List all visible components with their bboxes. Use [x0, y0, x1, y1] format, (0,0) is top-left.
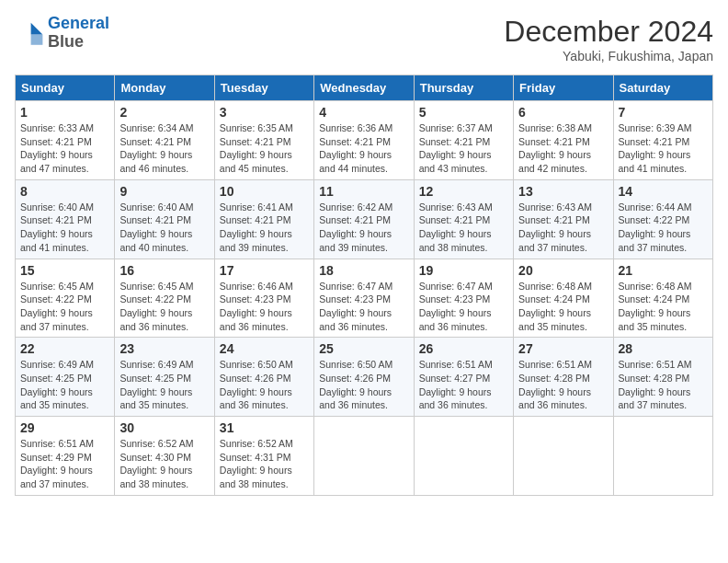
day-number: 27 — [518, 341, 608, 356]
day-number: 15 — [20, 263, 109, 278]
weekday-friday: Friday — [514, 75, 613, 101]
day-number: 5 — [419, 105, 508, 120]
day-info: Sunrise: 6:34 AMSunset: 4:21 PMDaylight:… — [119, 121, 209, 176]
day-info: Sunrise: 6:45 AMSunset: 4:22 PMDaylight:… — [20, 280, 109, 334]
calendar-cell: 18Sunrise: 6:47 AMSunset: 4:23 PMDayligh… — [314, 259, 414, 338]
day-number: 18 — [319, 263, 408, 278]
calendar-cell — [414, 417, 513, 496]
calendar-body: 1Sunrise: 6:33 AMSunset: 4:21 PMDaylight… — [16, 101, 713, 496]
day-info: Sunrise: 6:39 AMSunset: 4:21 PMDaylight:… — [619, 121, 708, 176]
calendar-week-4: 22Sunrise: 6:49 AMSunset: 4:25 PMDayligh… — [16, 338, 713, 417]
day-info: Sunrise: 6:40 AMSunset: 4:21 PMDaylight:… — [20, 201, 109, 255]
day-info: Sunrise: 6:49 AMSunset: 4:25 PMDaylight:… — [119, 358, 209, 412]
calendar-cell: 7Sunrise: 6:39 AMSunset: 4:21 PMDaylight… — [613, 101, 712, 180]
logo-icon — [15, 18, 44, 48]
calendar-cell: 25Sunrise: 6:50 AMSunset: 4:26 PMDayligh… — [314, 338, 414, 417]
title-block: December 2024 Yabuki, Fukushima, Japan — [504, 15, 713, 63]
day-info: Sunrise: 6:50 AMSunset: 4:26 PMDaylight:… — [220, 358, 309, 412]
calendar-cell — [613, 417, 712, 496]
day-number: 8 — [20, 184, 109, 199]
calendar-cell: 4Sunrise: 6:36 AMSunset: 4:21 PMDaylight… — [314, 101, 414, 180]
calendar-cell: 16Sunrise: 6:45 AMSunset: 4:22 PMDayligh… — [115, 259, 214, 338]
calendar-cell: 1Sunrise: 6:33 AMSunset: 4:21 PMDaylight… — [16, 101, 115, 180]
day-number: 24 — [220, 341, 309, 356]
day-number: 25 — [319, 341, 408, 356]
day-info: Sunrise: 6:49 AMSunset: 4:25 PMDaylight:… — [20, 358, 109, 412]
day-info: Sunrise: 6:40 AMSunset: 4:21 PMDaylight:… — [119, 201, 209, 255]
logo: GeneralBlue — [15, 15, 109, 52]
svg-marker-0 — [31, 23, 43, 35]
day-info: Sunrise: 6:51 AMSunset: 4:28 PMDaylight:… — [518, 358, 608, 412]
svg-marker-1 — [31, 34, 43, 44]
day-number: 11 — [319, 184, 408, 199]
day-info: Sunrise: 6:43 AMSunset: 4:21 PMDaylight:… — [518, 201, 608, 255]
day-number: 3 — [220, 105, 309, 120]
day-number: 21 — [619, 263, 708, 278]
page-header: GeneralBlue December 2024 Yabuki, Fukush… — [15, 15, 713, 63]
day-info: Sunrise: 6:44 AMSunset: 4:22 PMDaylight:… — [619, 201, 708, 255]
day-number: 26 — [419, 341, 508, 356]
weekday-monday: Monday — [115, 75, 214, 101]
calendar-cell: 21Sunrise: 6:48 AMSunset: 4:24 PMDayligh… — [613, 259, 712, 338]
weekday-tuesday: Tuesday — [214, 75, 313, 101]
day-number: 1 — [20, 105, 109, 120]
day-info: Sunrise: 6:46 AMSunset: 4:23 PMDaylight:… — [220, 280, 309, 334]
day-info: Sunrise: 6:47 AMSunset: 4:23 PMDaylight:… — [319, 280, 408, 334]
day-number: 23 — [119, 341, 209, 356]
day-number: 31 — [220, 420, 309, 435]
day-info: Sunrise: 6:45 AMSunset: 4:22 PMDaylight:… — [119, 280, 209, 334]
calendar-cell: 14Sunrise: 6:44 AMSunset: 4:22 PMDayligh… — [613, 179, 712, 259]
calendar-cell: 10Sunrise: 6:41 AMSunset: 4:21 PMDayligh… — [214, 179, 313, 259]
weekday-sunday: Sunday — [16, 75, 115, 101]
calendar-cell: 17Sunrise: 6:46 AMSunset: 4:23 PMDayligh… — [214, 259, 313, 338]
day-number: 22 — [20, 341, 109, 356]
calendar-cell: 6Sunrise: 6:38 AMSunset: 4:21 PMDaylight… — [514, 101, 613, 180]
day-info: Sunrise: 6:33 AMSunset: 4:21 PMDaylight:… — [20, 121, 109, 176]
calendar-cell: 19Sunrise: 6:47 AMSunset: 4:23 PMDayligh… — [414, 259, 513, 338]
day-number: 17 — [220, 263, 309, 278]
calendar-cell: 22Sunrise: 6:49 AMSunset: 4:25 PMDayligh… — [16, 338, 115, 417]
calendar-week-1: 1Sunrise: 6:33 AMSunset: 4:21 PMDaylight… — [16, 101, 713, 180]
weekday-header-row: SundayMondayTuesdayWednesdayThursdayFrid… — [16, 75, 713, 101]
calendar-cell: 9Sunrise: 6:40 AMSunset: 4:21 PMDaylight… — [115, 179, 214, 259]
calendar-week-2: 8Sunrise: 6:40 AMSunset: 4:21 PMDaylight… — [16, 179, 713, 259]
calendar-cell: 26Sunrise: 6:51 AMSunset: 4:27 PMDayligh… — [414, 338, 513, 417]
calendar-cell: 11Sunrise: 6:42 AMSunset: 4:21 PMDayligh… — [314, 179, 414, 259]
calendar-cell: 8Sunrise: 6:40 AMSunset: 4:21 PMDaylight… — [16, 179, 115, 259]
calendar-cell: 28Sunrise: 6:51 AMSunset: 4:28 PMDayligh… — [613, 338, 712, 417]
calendar-week-3: 15Sunrise: 6:45 AMSunset: 4:22 PMDayligh… — [16, 259, 713, 338]
calendar-cell: 3Sunrise: 6:35 AMSunset: 4:21 PMDaylight… — [214, 101, 313, 180]
calendar-cell: 23Sunrise: 6:49 AMSunset: 4:25 PMDayligh… — [115, 338, 214, 417]
day-info: Sunrise: 6:36 AMSunset: 4:21 PMDaylight:… — [319, 121, 408, 176]
day-number: 19 — [419, 263, 508, 278]
day-number: 30 — [119, 420, 209, 435]
day-number: 12 — [419, 184, 508, 199]
location: Yabuki, Fukushima, Japan — [504, 49, 713, 63]
day-number: 16 — [119, 263, 209, 278]
day-info: Sunrise: 6:41 AMSunset: 4:21 PMDaylight:… — [220, 201, 309, 255]
calendar-cell: 24Sunrise: 6:50 AMSunset: 4:26 PMDayligh… — [214, 338, 313, 417]
calendar-cell: 29Sunrise: 6:51 AMSunset: 4:29 PMDayligh… — [16, 417, 115, 496]
calendar-cell — [314, 417, 414, 496]
day-info: Sunrise: 6:37 AMSunset: 4:21 PMDaylight:… — [419, 121, 508, 176]
day-number: 14 — [619, 184, 708, 199]
calendar-cell: 15Sunrise: 6:45 AMSunset: 4:22 PMDayligh… — [16, 259, 115, 338]
day-info: Sunrise: 6:52 AMSunset: 4:31 PMDaylight:… — [220, 437, 309, 491]
day-number: 7 — [619, 105, 708, 120]
calendar-cell: 13Sunrise: 6:43 AMSunset: 4:21 PMDayligh… — [514, 179, 613, 259]
weekday-thursday: Thursday — [414, 75, 513, 101]
day-info: Sunrise: 6:51 AMSunset: 4:28 PMDaylight:… — [619, 358, 708, 412]
day-info: Sunrise: 6:35 AMSunset: 4:21 PMDaylight:… — [220, 121, 309, 176]
calendar-cell: 5Sunrise: 6:37 AMSunset: 4:21 PMDaylight… — [414, 101, 513, 180]
calendar-table: SundayMondayTuesdayWednesdayThursdayFrid… — [15, 75, 713, 496]
calendar-week-5: 29Sunrise: 6:51 AMSunset: 4:29 PMDayligh… — [16, 417, 713, 496]
month-title: December 2024 — [504, 15, 713, 49]
day-number: 9 — [119, 184, 209, 199]
day-info: Sunrise: 6:51 AMSunset: 4:27 PMDaylight:… — [419, 358, 508, 412]
day-number: 4 — [319, 105, 408, 120]
day-info: Sunrise: 6:43 AMSunset: 4:21 PMDaylight:… — [419, 201, 508, 255]
day-info: Sunrise: 6:48 AMSunset: 4:24 PMDaylight:… — [619, 280, 708, 334]
day-info: Sunrise: 6:50 AMSunset: 4:26 PMDaylight:… — [319, 358, 408, 412]
day-info: Sunrise: 6:51 AMSunset: 4:29 PMDaylight:… — [20, 437, 109, 491]
day-number: 6 — [518, 105, 608, 120]
